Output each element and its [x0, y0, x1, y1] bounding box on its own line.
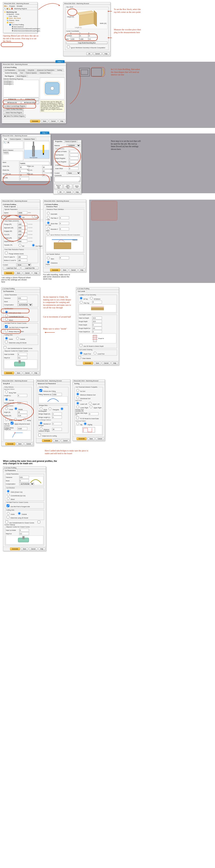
- clr-absolute[interactable]: [47, 227, 50, 230]
- side-inside2[interactable]: [7, 512, 10, 515]
- tab[interactable]: Clearance Plane: [22, 138, 36, 140]
- region-item[interactable]: DriveRegion 3: [4, 84, 38, 85]
- tab-material[interactable]: 🧱: [11, 8, 13, 9]
- st2[interactable]: [19, 532, 29, 535]
- tool-list-tab[interactable]: 🛠: [7, 142, 10, 144]
- cancel-button[interactable]: Cancel: [29, 548, 38, 550]
- save-button[interactable]: Save: [87, 437, 95, 440]
- clr-partmax[interactable]: [47, 216, 50, 219]
- side-inside[interactable]: [5, 337, 8, 340]
- copy-bbox-button[interactable]: Copy Model Bounding Box: [66, 41, 108, 44]
- bridge-tri[interactable]: [49, 407, 51, 410]
- select-flat-button[interactable]: ▱ Select Flat-Area Regions: [3, 111, 24, 114]
- cancel-button[interactable]: Cancel: [61, 439, 70, 442]
- coolant-select[interactable]: None: [16, 264, 31, 266]
- tool-name-input[interactable]: [19, 162, 49, 165]
- tf-rapid[interactable]: [32, 244, 35, 247]
- generate-button[interactable]: Generate: [4, 272, 14, 274]
- corner-check[interactable]: [4, 346, 6, 349]
- ord-depth[interactable]: [80, 352, 82, 354]
- tab[interactable]: Cut Levels: [16, 69, 27, 71]
- tol[interactable]: [19, 476, 29, 479]
- cancel-button[interactable]: Cancel: [23, 272, 32, 274]
- first-xy[interactable]: [17, 255, 27, 258]
- help-button[interactable]: Help: [103, 52, 109, 55]
- tree-item[interactable]: ⚙ Machine - 3 Axis: [4, 13, 36, 16]
- total-depth[interactable]: [92, 316, 102, 319]
- stockmax-dist[interactable]: [59, 222, 69, 225]
- tab[interactable]: Feeds & Speeds: [24, 71, 38, 74]
- tool-len[interactable]: [42, 169, 52, 173]
- loc-pick[interactable]: [80, 301, 82, 304]
- tw2[interactable]: [19, 529, 29, 532]
- tab-feeds[interactable]: Feeds & Speeds: [3, 205, 17, 208]
- tab-cut-params[interactable]: Cut Parameters: [1, 290, 15, 292]
- angle-input[interactable]: [89, 412, 99, 415]
- save-edits-button[interactable]: Save Edits to Tool: [64, 184, 72, 189]
- clr-auto[interactable]: [47, 212, 50, 215]
- trav-zigzag[interactable]: [84, 422, 86, 425]
- td-3d[interactable]: [76, 416, 79, 419]
- use-3d[interactable]: [79, 344, 82, 347]
- tree-item[interactable]: 🔵 2 1/2 Axis Profiling: [4, 24, 36, 26]
- coolant-select[interactable]: None: [67, 172, 80, 174]
- loc-top[interactable]: [80, 297, 82, 300]
- tab-properties[interactable]: Properties: [53, 140, 64, 143]
- tab-machining-regions[interactable]: Machining Regions: [14, 8, 27, 9]
- region-item[interactable]: DriveRegion 1: [4, 81, 38, 82]
- ignore-wireframe-checkbox[interactable]: [67, 45, 70, 48]
- clr-stockmax[interactable]: [47, 221, 50, 224]
- pick-top-val[interactable]: [92, 301, 102, 304]
- cancel-button[interactable]: Cancel: [96, 437, 104, 440]
- tab[interactable]: Clearance Plane: [38, 71, 52, 74]
- finish-depth[interactable]: [92, 323, 102, 326]
- tab[interactable]: Sorting: [56, 69, 63, 71]
- session-tool-item[interactable]: CARBIDE: [3, 153, 23, 154]
- save-button[interactable]: Save: [94, 362, 101, 365]
- corner-clean[interactable]: [38, 521, 40, 523]
- tm-clearance[interactable]: [47, 261, 50, 264]
- cancel-button[interactable]: Cancel: [49, 120, 58, 123]
- tab[interactable]: Tool: [3, 138, 8, 140]
- cancel-button[interactable]: Cancel: [69, 269, 78, 271]
- loc-bottom[interactable]: [90, 297, 93, 300]
- comments-input[interactable]: [55, 177, 80, 182]
- delete-tool-button[interactable]: Delete Tool: [73, 184, 81, 189]
- side-3d2[interactable]: [7, 516, 9, 519]
- tree-item[interactable]: 🛠 6x5x0.5mm1mmOfs9mmDCxcluFingers: [4, 30, 36, 32]
- tree-item[interactable]: 🟡 Setup 1: [4, 22, 36, 24]
- tm-skim[interactable]: [47, 257, 50, 259]
- bridge-num-val[interactable]: [52, 422, 62, 425]
- sort-mindist[interactable]: [76, 393, 79, 396]
- apply-each-level[interactable]: [11, 422, 13, 425]
- help-button[interactable]: Help: [111, 362, 118, 365]
- app-normal[interactable]: [5, 398, 8, 401]
- sp-ul[interactable]: [89, 402, 92, 405]
- session-tool-item[interactable]: FlatMill1: [3, 152, 23, 153]
- comp-select[interactable]: AUTO/NONE: [17, 303, 32, 306]
- comp[interactable]: AUTO/NONE: [19, 483, 34, 485]
- corner2[interactable]: [5, 521, 8, 523]
- tree-item[interactable]: 📄 Post - Fanuc: [4, 16, 36, 18]
- generate-button[interactable]: Generate: [5, 442, 15, 445]
- sort-none[interactable]: [76, 389, 79, 392]
- sp-ll[interactable]: [76, 402, 79, 405]
- app-along[interactable]: [5, 391, 8, 393]
- side-3d[interactable]: [5, 341, 8, 343]
- tab-cut-params[interactable]: Cut Parameters: [3, 469, 17, 472]
- dir-climb2[interactable]: [7, 490, 10, 493]
- tab-align[interactable]: 📐: [9, 8, 11, 9]
- save-button[interactable]: Save: [15, 272, 22, 274]
- dir-conv2[interactable]: [7, 493, 10, 496]
- rough-depth[interactable]: [92, 320, 102, 323]
- generate-button[interactable]: Generate: [50, 269, 60, 271]
- plunge-between-levels[interactable]: [5, 252, 8, 254]
- tab-sorting[interactable]: Sorting: [73, 382, 81, 385]
- tab-control-geometry[interactable]: Control Geometry: [3, 71, 19, 74]
- midpt2[interactable]: [7, 504, 9, 507]
- cancel-button[interactable]: Cancel: [102, 362, 110, 365]
- clr-ignore[interactable]: [47, 232, 49, 235]
- tree-root[interactable]: 📁 Machining Job: [4, 11, 36, 13]
- tab-machining[interactable]: 🔧: [4, 8, 6, 9]
- bridge-num[interactable]: [40, 422, 42, 425]
